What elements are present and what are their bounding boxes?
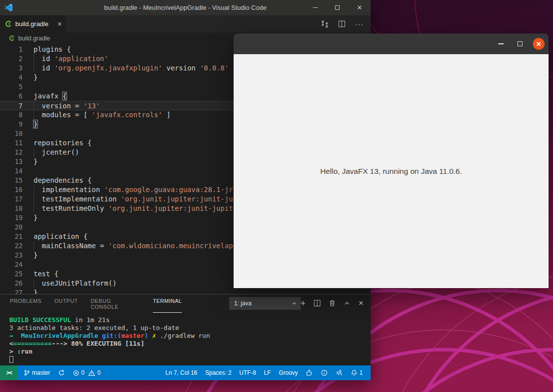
encoding-indicator[interactable]: UTF-8 — [236, 365, 260, 380]
warnings-count: 0 — [97, 369, 101, 376]
live-share-button[interactable] — [332, 365, 347, 380]
line-number: 7 — [0, 101, 23, 110]
vscode-logo-icon — [4, 3, 13, 12]
gradle-icon — [9, 35, 15, 41]
terminal-dropdown-value: 1: java — [234, 300, 251, 307]
line-number: 24 — [0, 260, 23, 269]
panel-tab-debug-console[interactable]: DEBUG CONSOLE — [91, 294, 140, 313]
line-number: 17 — [0, 195, 23, 204]
panel-tab-terminal[interactable]: TERMINAL — [153, 294, 182, 313]
line-number: 20 — [0, 223, 23, 232]
terminal-line: BUILD SUCCESSFUL in 1m 21s — [9, 316, 371, 324]
more-actions-icon[interactable]: ··· — [355, 20, 364, 28]
line-number: 23 — [0, 251, 23, 260]
close-button[interactable]: ✕ — [348, 0, 371, 15]
line-number: 13 — [0, 157, 23, 166]
line-number: 9 — [0, 120, 23, 129]
line-number: 18 — [0, 204, 23, 213]
branch-name: master — [32, 369, 50, 376]
git-branch-indicator[interactable]: master — [20, 365, 54, 380]
terminal-cursor — [9, 356, 13, 363]
panel-tabs: PROBLEMSOUTPUTDEBUG CONSOLETERMINAL — [10, 294, 182, 313]
git-branch-icon — [24, 369, 30, 376]
maximize-button[interactable] — [326, 0, 348, 15]
errors-icon — [73, 370, 79, 376]
terminal-line: 3 actionable tasks: 2 executed, 1 up-to-… — [9, 324, 371, 332]
panel-tab-output[interactable]: OUTPUT — [54, 294, 78, 313]
line-number: 19 — [0, 213, 23, 223]
split-terminal-button[interactable] — [314, 300, 320, 306]
line-number: 4 — [0, 73, 23, 82]
javafx-close-button[interactable]: ✕ — [533, 38, 545, 50]
statusbar: >< master 0 — [0, 365, 371, 380]
chevron-down-icon — [292, 301, 297, 306]
indentation-indicator[interactable]: Spaces: 2 — [201, 365, 235, 380]
line-number: 25 — [0, 269, 23, 279]
line-number: 26 — [0, 279, 23, 288]
line-number: 10 — [0, 129, 23, 138]
terminal-cursor-line — [9, 356, 371, 363]
javafx-maximize-button[interactable] — [514, 37, 526, 50]
maximize-panel-button[interactable] — [344, 300, 350, 306]
terminal-output[interactable]: BUILD SUCCESSFUL in 1m 21s3 actionable t… — [0, 312, 371, 365]
remote-indicator[interactable]: >< — [0, 365, 18, 380]
kill-terminal-button[interactable] — [329, 299, 336, 307]
javafx-message: Hello, JavaFX 13, running on Java 11.0.6… — [320, 167, 462, 176]
errors-count: 0 — [81, 369, 85, 376]
line-number: 21 — [0, 232, 23, 241]
breadcrumb-label: build.gradle — [18, 35, 50, 42]
javafx-minimize-button[interactable] — [494, 37, 507, 50]
line-number: 2 — [0, 54, 23, 64]
terminal-line: > :run — [9, 348, 371, 356]
panel-header: PROBLEMSOUTPUTDEBUG CONSOLETERMINAL 1: j… — [0, 294, 371, 312]
sync-icon — [58, 369, 65, 376]
compare-changes-icon[interactable] — [321, 20, 329, 28]
bell-icon — [351, 369, 357, 376]
notifications-button[interactable]: 1 — [347, 365, 367, 380]
close-panel-button[interactable]: ✕ — [358, 299, 364, 307]
notifications-count: 1 — [359, 369, 363, 376]
terminal-line: → MeuIncrivelAppGradle git:(master) ✗ ./… — [9, 332, 371, 340]
terminal-line: <==========---> 80% EXECUTING [11s] — [9, 340, 371, 348]
line-number: 16 — [0, 185, 23, 195]
vscode-titlebar: build.gradle - MeuIncrivelAppGradle - Vi… — [0, 0, 371, 15]
eol-indicator[interactable]: LF — [260, 365, 275, 380]
minimize-button[interactable] — [304, 0, 326, 15]
tab-build-gradle[interactable]: build.gradle ✕ — [0, 15, 66, 33]
line-number: 15 — [0, 176, 23, 185]
info-icon — [321, 369, 328, 376]
line-number: 6 — [0, 92, 23, 101]
line-number: 14 — [0, 166, 23, 176]
line-number: 3 — [0, 64, 23, 73]
javafx-content: Hello, JavaFX 13, running on Java 11.0.6… — [234, 54, 549, 288]
javafx-window: ✕ Hello, JavaFX 13, running on Java 11.0… — [234, 33, 549, 288]
warnings-icon — [88, 370, 95, 376]
sync-button[interactable] — [54, 365, 69, 380]
tab-label: build.gradle — [15, 20, 48, 28]
line-number: 1 — [0, 45, 23, 54]
info-button[interactable] — [317, 365, 332, 380]
gradle-icon — [5, 20, 12, 28]
line-number: 11 — [0, 138, 23, 148]
editor-tabbar: build.gradle ✕ ··· — [0, 15, 371, 33]
cursor-position-indicator[interactable]: Ln 7, Col 16 — [162, 365, 202, 380]
feedback-button[interactable] — [302, 365, 317, 380]
line-number: 8 — [0, 110, 23, 120]
terminal-dropdown[interactable]: 1: java — [229, 297, 301, 310]
problems-indicator[interactable]: 0 0 — [69, 365, 104, 380]
live-share-icon — [336, 369, 343, 376]
split-editor-icon[interactable] — [339, 21, 345, 27]
line-number: 5 — [0, 82, 23, 92]
line-number: 22 — [0, 241, 23, 251]
javafx-titlebar: ✕ — [234, 33, 549, 54]
panel-tab-problems[interactable]: PROBLEMS — [10, 294, 41, 313]
line-number: 12 — [0, 148, 23, 157]
tab-close-icon[interactable]: ✕ — [57, 21, 62, 28]
bottom-panel: PROBLEMSOUTPUTDEBUG CONSOLETERMINAL 1: j… — [0, 294, 371, 365]
thumbs-up-icon — [306, 369, 313, 376]
new-terminal-button[interactable]: + — [301, 299, 306, 308]
language-mode-indicator[interactable]: Groovy — [275, 365, 302, 380]
